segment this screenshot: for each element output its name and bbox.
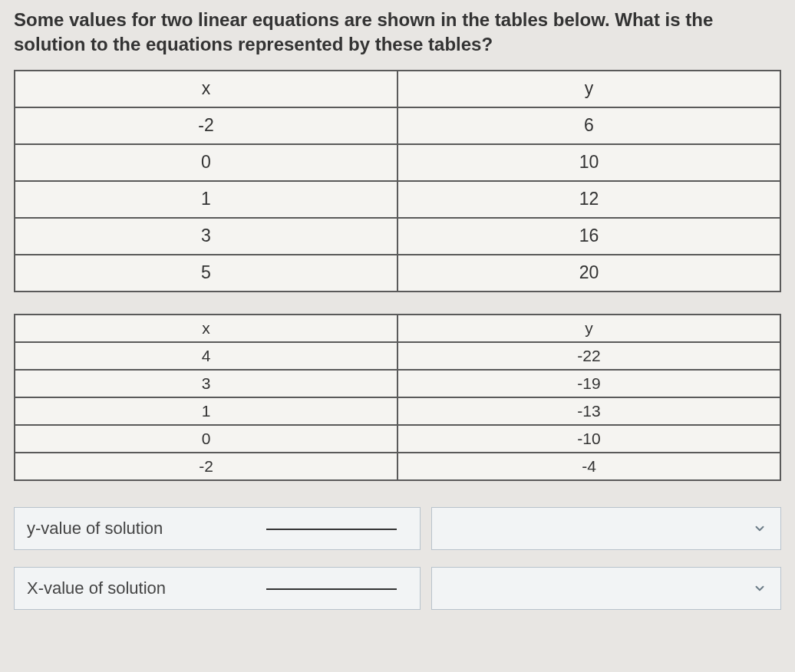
table-header-x: x [15,315,398,342]
cell: 1 [15,181,398,218]
x-value-select[interactable] [431,567,781,610]
table-row: 0 10 [15,144,780,181]
table-row: 1 -13 [15,397,780,425]
blank-line [266,529,397,530]
cell: -10 [398,425,780,453]
answer-row-x: X-value of solution [14,567,781,610]
chevron-down-icon [753,581,767,595]
table-row: 3 -19 [15,370,780,397]
cell: -22 [398,342,780,370]
cell: -2 [15,107,398,144]
cell: -13 [398,397,780,425]
cell: 10 [398,144,780,181]
table-row: x y [15,315,780,342]
cell: -2 [15,453,398,480]
table-row: 5 20 [15,255,780,292]
cell: 0 [15,425,398,453]
cell: 0 [15,144,398,181]
question-text: Some values for two linear equations are… [14,8,781,58]
y-value-select[interactable] [431,507,781,550]
table-row: -2 6 [15,107,780,144]
table-row: x y [15,71,780,107]
table-row: 4 -22 [15,342,780,370]
table-row: 3 16 [15,218,780,255]
cell: -4 [398,453,780,480]
y-value-label-box[interactable]: y-value of solution [14,507,421,550]
cell: 5 [15,255,398,292]
cell: 12 [398,181,780,218]
cell: 1 [15,397,398,425]
cell: 16 [398,218,780,255]
x-value-label: X-value of solution [27,578,166,598]
x-value-label-box[interactable]: X-value of solution [14,567,421,610]
cell: 6 [398,107,780,144]
table-row: -2 -4 [15,453,780,480]
cell: -19 [398,370,780,397]
table-header-y: y [398,315,780,342]
cell: 20 [398,255,780,292]
cell: 3 [15,370,398,397]
answer-row-y: y-value of solution [14,507,781,550]
table-2: x y 4 -22 3 -19 1 -13 0 -10 -2 -4 [14,314,781,481]
table-header-x: x [15,71,398,107]
cell: 4 [15,342,398,370]
table-row: 0 -10 [15,425,780,453]
table-header-y: y [398,71,780,107]
y-value-label: y-value of solution [27,519,163,539]
blank-line [266,588,397,590]
table-row: 1 12 [15,181,780,218]
table-1: x y -2 6 0 10 1 12 3 16 5 20 [14,70,781,292]
chevron-down-icon [753,522,767,535]
cell: 3 [15,218,398,255]
